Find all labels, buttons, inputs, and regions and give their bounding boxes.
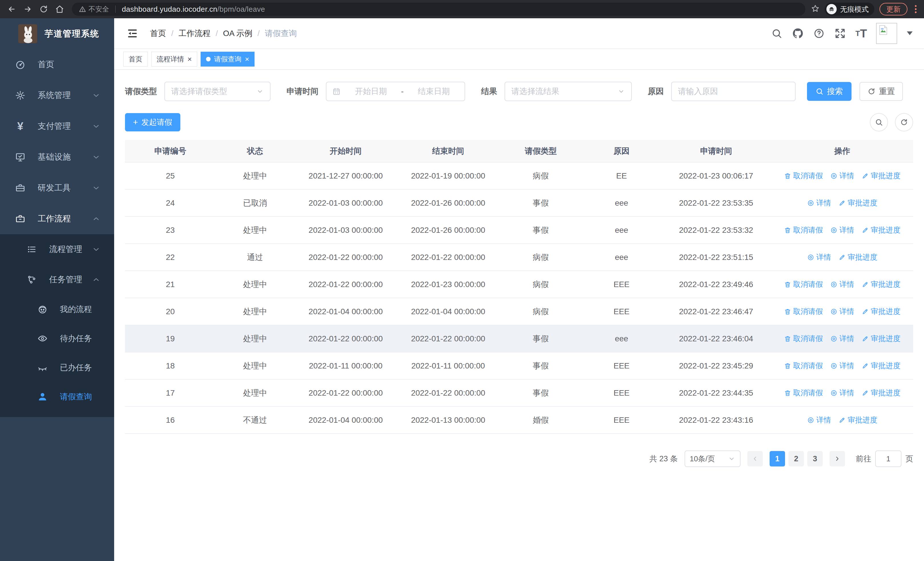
- progress-action-link[interactable]: 审批进度: [861, 279, 900, 289]
- bookmark-star-icon[interactable]: [811, 4, 819, 14]
- sidebar-item-devtools[interactable]: 研发工具: [0, 173, 114, 203]
- sidebar-item-system[interactable]: 系统管理: [0, 80, 114, 111]
- cell-status: 通过: [216, 244, 294, 271]
- browser-chrome: 不安全 dashboard.yudao.iocoder.cn/bpm/oa/le…: [0, 0, 924, 18]
- toggle-search-button[interactable]: [870, 113, 888, 131]
- page-size-select[interactable]: 10条/页: [685, 450, 741, 467]
- detail-action-link[interactable]: 详情: [830, 334, 854, 344]
- avatar-caret-icon[interactable]: [907, 32, 913, 35]
- detail-action-link[interactable]: 详情: [830, 361, 854, 371]
- font-size-icon[interactable]: TT: [855, 27, 867, 40]
- sidebar-item-label: 请假查询: [60, 391, 92, 402]
- detail-action-link[interactable]: 详情: [807, 198, 831, 208]
- detail-action-link[interactable]: 详情: [807, 415, 831, 425]
- chevron-down-icon: [92, 183, 100, 192]
- tab-流程详情[interactable]: 流程详情×: [151, 52, 197, 66]
- action-label: 审批进度: [871, 307, 900, 316]
- sidebar-item-workflow[interactable]: 工作流程: [0, 203, 114, 234]
- sidebar-item-label: 基础设施: [38, 151, 71, 163]
- refresh-table-button[interactable]: [895, 113, 913, 131]
- breadcrumb-item[interactable]: 首页: [150, 28, 166, 39]
- browser-forward-icon[interactable]: [21, 3, 34, 16]
- result-select[interactable]: 请选择流结果: [504, 82, 632, 101]
- cell-apply_time: 2022-01-22 23:45:29: [661, 352, 771, 379]
- breadcrumb-item[interactable]: 工作流程: [178, 28, 211, 39]
- breadcrumb-item[interactable]: OA 示例: [223, 28, 252, 39]
- detail-action-link[interactable]: 详情: [830, 279, 854, 289]
- page-button-1[interactable]: 1: [770, 451, 785, 466]
- close-icon[interactable]: ×: [188, 56, 192, 63]
- column-header: 结束时间: [397, 140, 500, 162]
- tab-首页[interactable]: 首页: [123, 52, 148, 66]
- reason-input[interactable]: [678, 87, 789, 96]
- leave-type-select[interactable]: 请选择请假类型: [164, 82, 270, 101]
- progress-action-link[interactable]: 审批进度: [861, 171, 900, 181]
- progress-action-link[interactable]: 审批进度: [861, 225, 900, 235]
- reset-button[interactable]: 重置: [860, 82, 903, 101]
- app-logo-row[interactable]: 芋道管理系统: [0, 18, 114, 49]
- page-button-3[interactable]: 3: [807, 451, 823, 466]
- action-label: 详情: [839, 361, 854, 371]
- detail-action-link[interactable]: 详情: [807, 252, 831, 262]
- progress-action-link[interactable]: 审批进度: [838, 415, 877, 425]
- sidebar: 芋道管理系统 首页系统管理¥支付管理基础设施研发工具工作流程流程管理任务管理我的…: [0, 18, 114, 561]
- table-row: 17处理中2022-01-22 00:00:002022-01-22 00:00…: [125, 379, 913, 406]
- sidebar-item-process-mgmt[interactable]: 流程管理: [0, 234, 114, 265]
- detail-action-link[interactable]: 详情: [830, 225, 854, 235]
- prev-page-button[interactable]: [747, 451, 763, 466]
- fullscreen-icon[interactable]: [834, 27, 846, 40]
- leave-table: 申请编号状态开始时间结束时间请假类型原因申请时间操作 25处理中2021-12-…: [125, 140, 913, 434]
- cancel-action-link[interactable]: 取消请假: [784, 361, 823, 371]
- cancel-action-link[interactable]: 取消请假: [784, 388, 823, 398]
- detail-action-link[interactable]: 详情: [830, 307, 854, 316]
- browser-back-icon[interactable]: [5, 3, 18, 16]
- sidebar-item-todo-task[interactable]: 待办任务: [0, 324, 114, 353]
- header-search-icon[interactable]: [771, 27, 783, 40]
- progress-action-link[interactable]: 审批进度: [861, 307, 900, 316]
- close-icon[interactable]: ×: [245, 56, 249, 63]
- avatar[interactable]: [876, 23, 897, 44]
- cancel-action-link[interactable]: 取消请假: [784, 334, 823, 344]
- cancel-action-link[interactable]: 取消请假: [784, 279, 823, 289]
- search-button[interactable]: 搜索: [807, 82, 852, 101]
- sidebar-item-label: 首页: [38, 59, 54, 70]
- table-row: 16不通过2022-01-04 00:00:002022-01-13 00:00…: [125, 406, 913, 434]
- progress-action-link[interactable]: 审批进度: [861, 388, 900, 398]
- sidebar-item-task-mgmt[interactable]: 任务管理: [0, 265, 114, 295]
- sidebar-item-leave-query[interactable]: 请假查询: [0, 382, 114, 411]
- browser-update-button[interactable]: 更新: [879, 3, 908, 15]
- browser-reload-icon[interactable]: [37, 3, 50, 16]
- apply-time-range[interactable]: 开始日期 - 结束日期: [326, 82, 465, 101]
- page-button-2[interactable]: 2: [789, 451, 804, 466]
- create-leave-button[interactable]: + 发起请假: [125, 113, 180, 131]
- address-bar[interactable]: 不安全 dashboard.yudao.iocoder.cn/bpm/oa/le…: [72, 3, 805, 16]
- progress-action-link[interactable]: 审批进度: [838, 198, 877, 208]
- edit-icon: [861, 362, 869, 370]
- tab-label: 首页: [129, 54, 142, 64]
- view-icon: [830, 390, 837, 397]
- progress-action-link[interactable]: 审批进度: [838, 252, 877, 262]
- help-icon[interactable]: [813, 27, 825, 40]
- cancel-action-link[interactable]: 取消请假: [784, 307, 823, 316]
- sidebar-item-my-process[interactable]: 我的流程: [0, 295, 114, 324]
- security-warning[interactable]: 不安全: [79, 5, 109, 14]
- tab-请假查询[interactable]: 请假查询×: [201, 52, 255, 66]
- browser-home-icon[interactable]: [53, 3, 66, 16]
- sidebar-toggle-icon[interactable]: [127, 27, 139, 40]
- github-icon[interactable]: [792, 27, 804, 40]
- browser-menu-icon[interactable]: [913, 5, 919, 13]
- detail-action-link[interactable]: 详情: [830, 171, 854, 181]
- sidebar-item-infra[interactable]: 基础设施: [0, 142, 114, 173]
- progress-action-link[interactable]: 审批进度: [861, 361, 900, 371]
- next-page-button[interactable]: [830, 451, 845, 466]
- sidebar-item-done-task[interactable]: 已办任务: [0, 353, 114, 382]
- sidebar-item-home[interactable]: 首页: [0, 49, 114, 80]
- filter-form: 请假类型 请选择请假类型 申请时间 开始日期 - 结束日期: [125, 82, 913, 101]
- column-header: 申请编号: [125, 140, 216, 162]
- cancel-action-link[interactable]: 取消请假: [784, 171, 823, 181]
- progress-action-link[interactable]: 审批进度: [861, 334, 900, 344]
- sidebar-item-payment[interactable]: ¥支付管理: [0, 111, 114, 142]
- cancel-action-link[interactable]: 取消请假: [784, 225, 823, 235]
- goto-page-input[interactable]: [875, 450, 902, 467]
- detail-action-link[interactable]: 详情: [830, 388, 854, 398]
